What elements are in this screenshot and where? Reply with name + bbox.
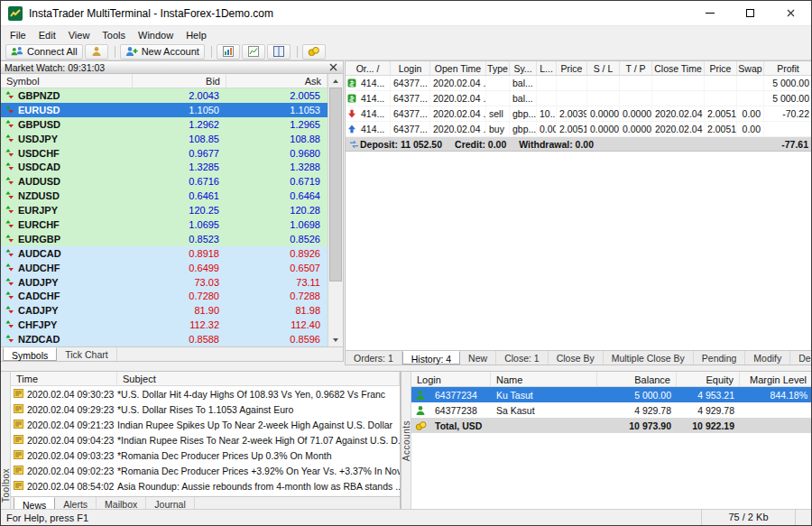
scroll-down-icon[interactable] [328,333,343,346]
news-row[interactable]: 2020.02.04 09:04:23*Indian Rupee Rises T… [11,432,400,448]
market-watch-row-audusd[interactable]: AUDUSD0.67160.6719 [1,174,328,189]
tab-mailbox[interactable]: Mailbox [97,497,146,510]
tick-chart-button[interactable] [242,44,265,60]
tab-news[interactable]: News [14,497,55,510]
market-watch-col-ask[interactable]: Ask [226,74,328,88]
new-account-button[interactable]: New Account [120,44,205,60]
accounts-col-margin-level[interactable]: Margin Level [740,372,812,386]
toolbox-panel: Toolbox TimeSubject 2020.02.04 09:30:23*… [1,371,401,511]
accounts-col-balance[interactable]: Balance [597,372,677,386]
accounts-col-equity[interactable]: Equity [677,372,740,386]
orders-col-profit[interactable]: Profit [764,61,812,75]
market-watch-close-icon[interactable] [328,62,339,73]
menu-item-file[interactable]: File [4,28,32,42]
menu-item-edit[interactable]: Edit [32,28,62,42]
market-watch-row-eurusd[interactable]: EURUSD1.10501.1053 [1,103,328,117]
accounts-col-login[interactable]: Login [411,372,491,386]
market-watch-row-audjpy[interactable]: AUDJPY73.0373.11 [1,275,328,290]
profile-button[interactable] [85,44,108,60]
orders-col-sy[interactable]: Sy... [510,61,537,75]
toolbox-side-tab[interactable]: Toolbox [1,372,11,510]
news-icon [14,435,23,446]
symbol-trend-icon [5,134,14,144]
orders-col-s-l[interactable]: S / L [587,61,620,75]
minimize-button[interactable] [689,1,730,25]
orders-col-t-p[interactable]: T / P [620,61,652,75]
tab-tick-chart[interactable]: Tick Chart [57,347,116,361]
tab-close-by[interactable]: Close By [549,351,604,365]
orders-col-swap[interactable]: Swap [737,61,764,75]
order-row[interactable]: 414...64377...2020.02.04 ...sellgbp...10… [346,106,812,122]
tab-symbols[interactable]: Symbols [3,347,57,361]
news-row[interactable]: 2020.02.04 09:30:23*U.S. Dollar Hit 4-da… [11,386,400,401]
orders-col-l[interactable]: L... [537,61,557,75]
news-row[interactable]: 2020.02.04 09:29:23*U.S. Dollar Rises To… [11,401,400,417]
market-watch-col-symbol[interactable]: Symbol [1,74,133,88]
market-watch-row-usdcad[interactable]: USDCAD1.32851.3288 [1,160,328,174]
summary-profit: -77.61 [781,139,812,150]
close-button[interactable] [770,1,811,25]
order-row[interactable]: 414...64377...2020.02.04 ...bal...5 000.… [346,91,812,106]
menu-item-view[interactable]: View [62,28,97,42]
market-watch-row-gbpnzd[interactable]: GBPNZD2.00432.0055 [1,88,328,103]
scrollbar-thumb[interactable] [329,88,342,281]
market-watch-row-audchf[interactable]: AUDCHF0.64990.6507 [1,261,328,275]
toolbar-separator [115,46,115,58]
maximize-button[interactable] [730,1,770,25]
orders-col-login[interactable]: Login [391,61,430,75]
order-row[interactable]: 414...64377...2020.02.04 ...bal...5 000.… [346,76,812,91]
accounts-side-tab[interactable]: Accounts [401,372,411,510]
news-row[interactable]: 2020.02.04 09:21:23Indian Rupee Spikes U… [11,417,400,432]
tab-modify[interactable]: Modify [745,351,790,365]
orders-col-price[interactable]: Price [557,61,587,75]
market-watch-row-chfjpy[interactable]: CHFJPY112.32112.40 [1,318,328,332]
tab-alerts[interactable]: Alerts [55,497,97,510]
connect-all-icon [11,46,23,58]
menu-item-window[interactable]: Window [132,28,180,42]
market-watch-row-nzdcad[interactable]: NZDCAD0.85880.8596 [1,332,328,346]
tab-pending[interactable]: Pending [694,351,746,365]
market-watch-row-eurchf[interactable]: EURCHF1.06951.0698 [1,217,328,232]
tab-multiple-close-by[interactable]: Multiple Close By [604,351,694,365]
market-watch-scrollbar[interactable] [328,74,343,346]
ask-value: 81.98 [226,305,328,316]
scroll-up-icon[interactable] [328,74,343,88]
market-watch-row-eurgbp[interactable]: EURGBP0.85230.8526 [1,232,328,246]
news-col-subject[interactable]: Subject [117,372,400,386]
news-col-time[interactable]: Time [11,372,117,386]
menu-item-tools[interactable]: Tools [96,28,132,42]
news-row[interactable]: 2020.02.04 08:54:02Asia Roundup: Aussie … [11,478,400,494]
market-watch-row-nzdusd[interactable]: NZDUSD0.64610.6464 [1,189,328,203]
deposits-button[interactable] [302,44,326,60]
market-watch-row-audcad[interactable]: AUDCAD0.89180.8926 [1,246,328,261]
orders-col-type[interactable]: Type [486,61,510,75]
tab-history-4[interactable]: History: 4 [402,351,460,365]
orders-col-or[interactable]: Or... / [346,61,391,75]
tab-close-1[interactable]: Close: 1 [496,351,549,365]
orders-col-open-time[interactable]: Open Time [430,61,486,75]
orders-col-price[interactable]: Price [705,61,737,75]
market-watch-row-cadjpy[interactable]: CADJPY81.9081.98 [1,303,328,318]
accounts-col-name[interactable]: Name [491,372,597,386]
bar-chart-button[interactable] [217,44,240,60]
order-row[interactable]: 414...64377...2020.02.04 ...buygbp...0.0… [346,122,812,137]
account-row-64377234[interactable]: 64377234Ku Tasut5 000.004 953.21844.18% [411,387,812,402]
tab-delete[interactable]: Delete [790,351,812,365]
news-row[interactable]: 2020.02.04 09:02:23*Romania Dec Producer… [11,463,400,478]
account-row-64377238[interactable]: 64377238Sa Kasut4 929.784 929.78 [411,402,812,418]
market-watch-row-eurjpy[interactable]: EURJPY120.25120.28 [1,203,328,217]
tab-journal[interactable]: Journal [146,497,194,510]
menu-item-help[interactable]: Help [180,28,213,42]
orders-col-close-time[interactable]: Close Time [652,61,705,75]
market-watch-row-usdchf[interactable]: USDCHF0.96770.9680 [1,146,328,161]
connect-all-button[interactable]: Connect All [5,44,83,60]
market-watch-row-gbpusd[interactable]: GBPUSD1.29621.2965 [1,117,328,132]
tab-new[interactable]: New [460,351,496,365]
market-watch-row-cadchf[interactable]: CADCHF0.72800.7288 [1,289,328,303]
market-watch-col-bid[interactable]: Bid [133,74,226,88]
tab-orders-1[interactable]: Orders: 1 [346,351,402,365]
layout-button[interactable] [267,44,291,60]
market-watch-row-usdjpy[interactable]: USDJPY108.85108.88 [1,132,328,146]
news-row[interactable]: 2020.02.04 09:03:23*Romania Dec Producer… [11,448,400,463]
symbol-trend-icon [5,148,14,159]
